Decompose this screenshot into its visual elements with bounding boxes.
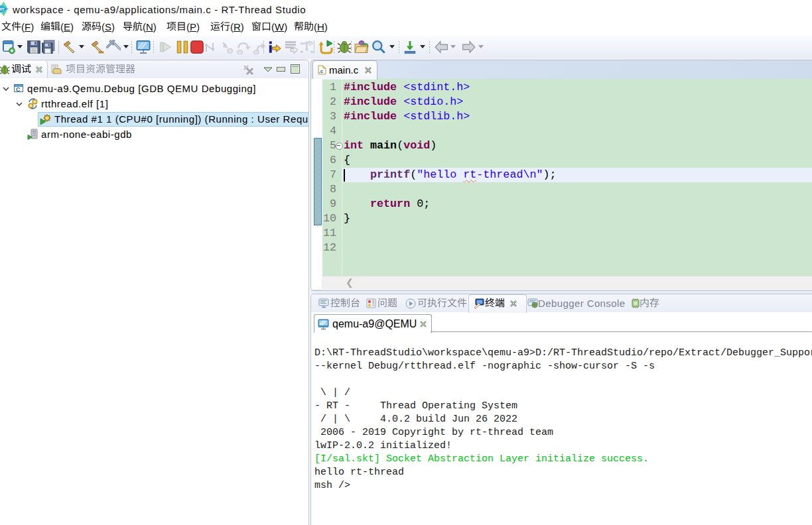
svg-text:RT: RT — [0, 7, 5, 11]
svg-text:.c: .c — [319, 68, 324, 74]
svg-text:C: C — [16, 86, 21, 93]
